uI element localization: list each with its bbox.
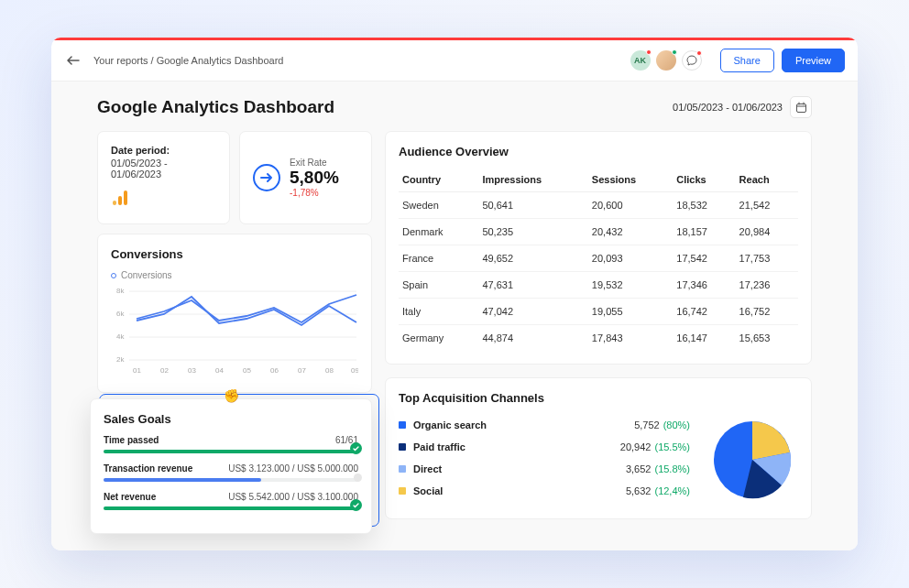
- svg-rect-1: [113, 201, 116, 205]
- table-row: Denmark50,23520,43218,15720,984: [399, 219, 798, 245]
- acquisition-item: Direct3,652 (15.8%): [399, 458, 690, 480]
- notification-dot: [696, 50, 702, 56]
- preview-button[interactable]: Preview: [782, 49, 845, 72]
- avatar[interactable]: [656, 50, 676, 71]
- arrow-right-icon: [253, 164, 280, 191]
- svg-text:6k: 6k: [116, 310, 125, 318]
- content-area: Google Analytics Dashboard 01/05/2023 - …: [51, 82, 858, 550]
- progress-bar: [104, 478, 358, 482]
- audience-overview-card: Audience Overview CountryImpressionsSess…: [385, 131, 812, 365]
- svg-text:04: 04: [215, 366, 224, 375]
- channel-percent: (15.8%): [654, 463, 690, 474]
- channel-name: Direct: [413, 463, 626, 474]
- date-period-value: 01/05/2023 - 01/06/2023: [111, 158, 216, 180]
- table-header: Impressions: [478, 168, 587, 192]
- acquisition-list: Organic search5,752 (80%)Paid traffic20,…: [399, 414, 690, 506]
- channel-value: 5,752: [634, 419, 660, 430]
- legend-dot: [399, 465, 406, 473]
- app-window: Your reports / Google Analytics Dashboar…: [51, 38, 858, 550]
- analytics-logo-icon: [111, 189, 216, 211]
- progress-end-dot: [354, 474, 362, 482]
- exit-rate-change: -1,78%: [290, 188, 339, 198]
- sales-goals-title: Sales Goals: [104, 412, 358, 426]
- svg-rect-3: [124, 191, 127, 205]
- progress-bar: [104, 506, 358, 510]
- goal-item: Transaction revenueUS$ 3.123.000 / US$ 5…: [104, 463, 358, 482]
- svg-text:2k: 2k: [116, 355, 125, 364]
- progress-bar: [104, 450, 358, 453]
- share-button[interactable]: Share: [720, 49, 774, 72]
- svg-text:01: 01: [133, 366, 141, 375]
- top-bar: Your reports / Google Analytics Dashboar…: [51, 40, 858, 82]
- goal-value: US$ 3.123.000 / US$ 5.000.000: [228, 463, 358, 474]
- goal-item: Time passed61/61: [104, 435, 358, 453]
- channel-percent: (12,4%): [654, 485, 690, 496]
- page-header: Google Analytics Dashboard 01/05/2023 - …: [97, 96, 812, 118]
- table-row: France49,65220,09317,54217,753: [399, 245, 798, 272]
- audience-title: Audience Overview: [399, 145, 798, 158]
- svg-text:06: 06: [270, 366, 279, 375]
- acquisition-card: Top Acquisition Channels Organic search5…: [385, 377, 812, 519]
- channel-name: Organic search: [413, 419, 634, 430]
- table-row: Spain47,63119,53217,34617,236: [399, 272, 798, 299]
- goal-value: US$ 5.542.000 / US$ 3.100.000: [228, 492, 358, 502]
- svg-text:03: 03: [188, 366, 196, 375]
- goal-name: Time passed: [104, 435, 159, 445]
- acquisition-item: Organic search5,752 (80%): [399, 414, 690, 436]
- chart-legend: Conversions: [111, 270, 358, 280]
- channel-value: 3,652: [626, 463, 652, 474]
- date-period-label: Date period:: [111, 145, 216, 156]
- svg-text:05: 05: [243, 366, 251, 375]
- page-title: Google Analytics Dashboard: [97, 97, 334, 117]
- exit-rate-card: Exit Rate 5,80% -1,78%: [239, 131, 372, 224]
- table-row: Germany44,87417,84316,14715,653: [399, 325, 798, 352]
- exit-rate-label: Exit Rate: [290, 158, 339, 168]
- svg-rect-0: [796, 103, 805, 112]
- avatar[interactable]: AK: [630, 50, 651, 71]
- grab-cursor-icon: ✊: [224, 388, 239, 403]
- legend-dot: [399, 421, 406, 429]
- audience-table: CountryImpressionsSessionsClicksReach Sw…: [399, 168, 798, 351]
- channel-name: Social: [413, 485, 626, 496]
- acquisition-item: Social5,632 (12,4%): [399, 480, 690, 502]
- channel-percent: (80%): [663, 419, 690, 430]
- check-icon: [350, 442, 362, 454]
- table-header: Country: [399, 168, 478, 192]
- goal-name: Net revenue: [104, 492, 156, 502]
- acquisition-title: Top Acquisition Channels: [399, 391, 798, 405]
- check-icon: [350, 499, 362, 511]
- table-header: Sessions: [588, 168, 673, 192]
- table-row: Italy47,04219,05516,74216,752: [399, 299, 798, 325]
- breadcrumb[interactable]: Your reports / Google Analytics Dashboar…: [93, 55, 284, 66]
- svg-text:08: 08: [325, 366, 334, 375]
- conversions-chart: 8k 6k 4k 2k 010203040506070809: [111, 284, 358, 376]
- calendar-button[interactable]: [790, 96, 812, 118]
- svg-text:02: 02: [160, 366, 169, 375]
- sales-goals-card[interactable]: ✊ Sales Goals Time passed61/61Transactio…: [90, 398, 372, 534]
- table-row: Sweden50,64120,60018,53221,542: [399, 192, 798, 219]
- legend-dot: [111, 273, 116, 278]
- table-header: Clicks: [673, 168, 735, 192]
- table-header: Reach: [736, 168, 798, 192]
- exit-rate-value: 5,80%: [290, 168, 339, 188]
- svg-text:09: 09: [351, 366, 358, 375]
- svg-rect-2: [118, 196, 122, 205]
- svg-text:07: 07: [298, 366, 306, 375]
- date-range-label: 01/05/2023 - 01/06/2023: [673, 102, 783, 113]
- date-period-card: Date period: 01/05/2023 - 01/06/2023: [97, 131, 230, 224]
- channel-value: 5,632: [626, 485, 652, 496]
- svg-text:4k: 4k: [116, 332, 125, 341]
- channel-percent: (15.5%): [654, 441, 690, 452]
- acquisition-item: Paid traffic20,942 (15.5%): [399, 436, 690, 458]
- legend-dot: [399, 487, 406, 495]
- conversions-title: Conversions: [111, 247, 358, 261]
- acquisition-pie-chart: [706, 414, 798, 506]
- legend-dot: [399, 443, 406, 451]
- notification-dot: [646, 49, 652, 55]
- back-button[interactable]: [64, 51, 82, 70]
- goal-name: Transaction revenue: [104, 463, 192, 474]
- chat-icon[interactable]: [682, 50, 702, 71]
- status-dot: [672, 49, 677, 55]
- channel-value: 20,942: [620, 441, 652, 452]
- channel-name: Paid traffic: [413, 441, 620, 452]
